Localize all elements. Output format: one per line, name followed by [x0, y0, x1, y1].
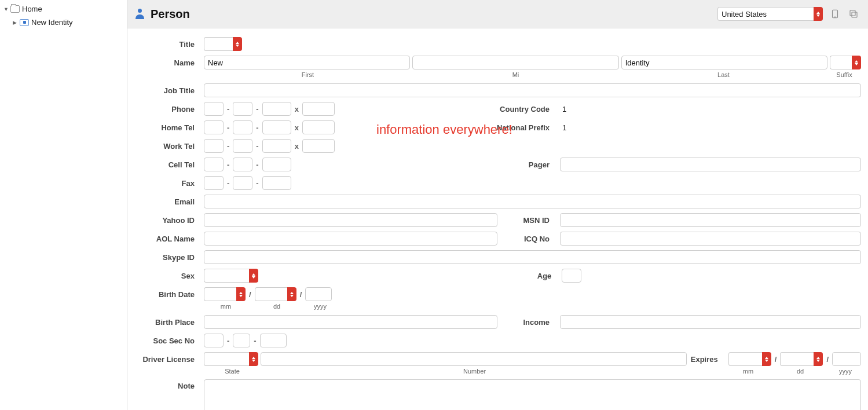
sublabel-last: Last	[620, 71, 827, 78]
label-fax: Fax	[134, 179, 204, 188]
device-icon[interactable]	[829, 8, 841, 20]
ssn-b-input[interactable]	[233, 334, 250, 347]
icq-input[interactable]	[560, 232, 861, 246]
page-title: Person	[151, 8, 190, 21]
main-pane: Person United States information everywh…	[127, 0, 868, 410]
ssn-c-input[interactable]	[260, 334, 287, 347]
last-name-input[interactable]	[621, 56, 827, 69]
phone-c-input[interactable]	[262, 102, 291, 116]
stepper-icon	[762, 352, 771, 366]
home-c-input[interactable]	[262, 120, 291, 134]
label-natprefix: National Prefix	[390, 123, 558, 132]
sublabel-state: State	[204, 368, 261, 375]
work-b-input[interactable]	[233, 139, 252, 153]
label-aol: AOL Name	[134, 235, 204, 243]
yahoo-input[interactable]	[204, 213, 497, 227]
label-job: Job Title	[134, 86, 204, 95]
nat-prefix-value: 1	[560, 123, 861, 132]
sublabel-exp-dd: dd	[778, 368, 823, 375]
suffix-select[interactable]	[830, 56, 861, 69]
pager-input[interactable]	[560, 158, 861, 171]
label-phone: Phone	[134, 105, 204, 114]
dl-exp-dd-select[interactable]	[780, 352, 823, 366]
sublabel-mm: mm	[204, 303, 248, 310]
stepper-icon	[233, 37, 242, 51]
tree-item-label: Home	[22, 5, 42, 13]
stepper-icon	[287, 287, 296, 301]
fax-b-input[interactable]	[233, 176, 252, 190]
phone-ext-input[interactable]	[302, 102, 335, 116]
sublabel-suffix: Suffix	[827, 71, 861, 78]
person-icon	[135, 9, 145, 19]
form: information everywhere! Title Name	[127, 28, 868, 410]
sidebar: ▼ Home ▶ New Identity	[0, 0, 127, 410]
dl-exp-mm-select[interactable]	[728, 352, 771, 366]
mi-input[interactable]	[412, 56, 618, 69]
label-income: Income	[500, 318, 558, 327]
stepper-icon	[249, 269, 258, 283]
sublabel-dd: dd	[255, 303, 299, 310]
work-c-input[interactable]	[262, 139, 291, 153]
cell-a-input[interactable]	[204, 158, 224, 171]
note-textarea[interactable]	[204, 379, 861, 410]
sublabel-exp-mm: mm	[726, 368, 771, 375]
phone-a-input[interactable]	[204, 102, 224, 116]
country-code-value: 1	[560, 105, 861, 114]
disclosure-right-icon: ▶	[13, 20, 19, 25]
label-work: Work Tel	[134, 142, 204, 151]
home-b-input[interactable]	[233, 120, 252, 134]
dl-exp-yyyy-input[interactable]	[832, 352, 861, 366]
email-input[interactable]	[204, 195, 861, 208]
stepper-icon	[814, 352, 823, 366]
label-age: Age	[263, 272, 559, 280]
disclosure-down-icon: ▼	[3, 6, 9, 12]
ssn-a-input[interactable]	[204, 334, 224, 347]
duplicate-icon[interactable]	[847, 8, 860, 20]
msn-input[interactable]	[560, 213, 861, 227]
label-ssn: Soc Sec No	[134, 336, 204, 345]
label-bplace: Birth Place	[134, 318, 204, 327]
folder-icon	[10, 5, 20, 13]
work-a-input[interactable]	[204, 139, 224, 153]
stepper-icon	[249, 352, 258, 366]
cell-c-input[interactable]	[262, 158, 291, 171]
title-select[interactable]	[204, 37, 242, 51]
label-home: Home Tel	[134, 123, 204, 132]
label-bdate: Birth Date	[134, 290, 204, 299]
label-yahoo: Yahoo ID	[134, 216, 204, 225]
skype-input[interactable]	[204, 250, 861, 264]
label-title: Title	[134, 40, 204, 49]
label-pager: Pager	[314, 160, 558, 169]
job-title-input[interactable]	[204, 83, 861, 97]
bdate-mm-select[interactable]	[204, 287, 246, 301]
svg-rect-2	[852, 12, 857, 17]
phone-b-input[interactable]	[233, 102, 252, 116]
age-input[interactable]	[562, 269, 581, 283]
label-note: Note	[134, 379, 204, 390]
home-ext-input[interactable]	[302, 120, 335, 134]
stepper-icon	[236, 287, 246, 301]
cell-b-input[interactable]	[233, 158, 252, 171]
aol-input[interactable]	[204, 232, 497, 246]
home-a-input[interactable]	[204, 120, 224, 134]
dl-number-input[interactable]	[261, 352, 687, 366]
work-ext-input[interactable]	[302, 139, 335, 153]
sex-select[interactable]	[204, 269, 258, 283]
tree-item-new-identity[interactable]: ▶ New Identity	[0, 16, 127, 29]
income-input[interactable]	[560, 315, 861, 329]
first-name-input[interactable]	[204, 56, 410, 69]
locale-value: United States	[717, 7, 814, 21]
sublabel-first: First	[204, 71, 412, 78]
label-email: Email	[134, 197, 204, 206]
fax-c-input[interactable]	[262, 176, 291, 190]
bdate-yyyy-input[interactable]	[305, 287, 332, 301]
tree-item-home[interactable]: ▼ Home	[0, 2, 127, 16]
label-skype: Skype ID	[134, 253, 204, 262]
bdate-dd-select[interactable]	[255, 287, 296, 301]
tree-item-label: New Identity	[31, 18, 73, 27]
fax-a-input[interactable]	[204, 176, 224, 190]
locale-select[interactable]: United States	[717, 7, 823, 21]
birth-place-input[interactable]	[204, 315, 497, 329]
dl-state-select[interactable]	[204, 352, 258, 366]
sublabel-number: Number	[261, 368, 688, 375]
